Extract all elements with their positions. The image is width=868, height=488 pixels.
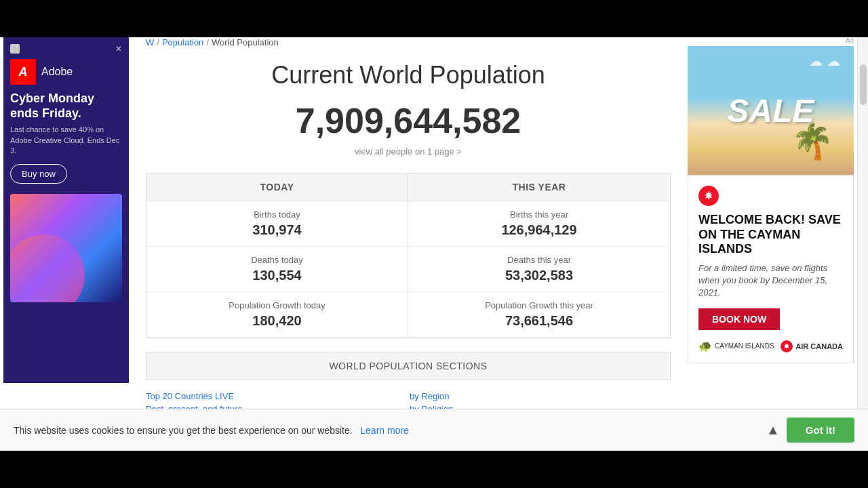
deaths-today-value: 130,554 [157,268,397,283]
adobe-logo-box: A [10,59,36,85]
cayman-islands-logo: 🐢 CAYMAN ISLANDS [698,340,774,352]
clouds-decoration: ☁ ☁ [809,53,840,69]
learn-more-link[interactable]: Learn more [360,425,409,436]
growth-today-value: 180,420 [157,313,397,329]
palm-tree-icon: 🌴 [791,122,833,161]
got-it-button[interactable]: Got it! [787,418,854,443]
buy-now-button[interactable]: Buy now [10,164,67,184]
births-today-row: Births today 310,974 [146,201,408,247]
link-top20[interactable]: Top 20 Countries LIVE [146,391,407,401]
cookie-banner: This website uses cookies to ensure you … [0,409,868,451]
scroll-up-button[interactable]: ▲ [766,422,780,438]
air-canada-maple-icon [783,342,791,350]
page-title: Current World Population [146,61,671,89]
growth-year-row: Population Growth this year 73,661,546 [408,292,670,338]
deaths-year-label: Deaths this year [419,255,659,265]
breadcrumb-sep2: / [206,37,209,47]
link-by-region[interactable]: by Region [410,391,671,401]
ad-headline: Cyber Monday ends Friday. [10,92,122,121]
breadcrumb: W / Population / World Population [146,37,671,47]
turtle-icon: 🐢 [698,340,712,352]
view-all-link[interactable]: view all people on 1 page > [146,146,671,157]
ad-close-button[interactable]: ✕ [115,44,122,54]
births-year-row: Births this year 126,964,129 [408,201,670,247]
right-ad-headline: WELCOME BACK! SAVE ON THE CAYMAN ISLANDS [698,213,843,257]
scrollbar[interactable] [857,37,868,451]
growth-today-row: Population Growth today 180,420 [146,292,408,338]
cookie-message: This website uses cookies to ensure you … [14,425,353,436]
cayman-brand-name: CAYMAN ISLANDS [715,342,774,350]
adobe-brand-name: Adobe [41,66,73,78]
today-column: TODAY Births today 310,974 Deaths today … [146,174,408,338]
bottom-bar [0,451,868,488]
births-today-label: Births today [157,209,397,220]
main-content: W / Population / World Population Curren… [132,37,684,451]
sections-banner: WORLD POPULATION SECTIONS [146,352,671,380]
right-advertisement: Ad ☁ ☁ SALE 🌴 WELCOME BACK! SAVE ON THE … [688,37,854,451]
ad-graphic-circle [10,235,85,302]
right-ad-promo-text: For a limited time, save on flights when… [698,262,843,300]
deaths-year-row: Deaths this year 53,302,583 [408,247,670,292]
population-number: 7,909,644,582 [146,100,671,141]
breadcrumb-current: World Population [212,37,279,47]
left-advertisement: i ✕ A Adobe Cyber Monday ends Friday. La… [3,37,129,383]
air-canada-footer-logo: AIR CANADA [781,340,843,352]
this-year-column: THIS YEAR Births this year 126,964,129 D… [408,174,670,338]
breadcrumb-population[interactable]: Population [162,37,203,47]
deaths-today-label: Deaths today [157,255,397,265]
breadcrumb-sep1: / [157,37,159,47]
births-today-value: 310,974 [157,222,397,238]
growth-year-label: Population Growth this year [419,300,659,310]
breadcrumb-w[interactable]: W [146,37,154,47]
ad-graphic [10,194,122,302]
air-canada-name: AIR CANADA [795,342,843,350]
cookie-text: This website uses cookies to ensure you … [14,425,409,436]
right-ad-label: Ad [688,37,854,45]
deaths-today-row: Deaths today 130,554 [146,247,408,292]
ad-footer-logos: 🐢 CAYMAN ISLANDS AIR CANADA [698,340,843,352]
beach-background: ☁ ☁ SALE 🌴 [688,46,854,175]
births-year-value: 126,964,129 [419,222,659,238]
growth-today-label: Population Growth today [157,300,397,310]
adobe-logo: A Adobe [10,59,122,85]
air-canada-maple-leaf [698,186,719,206]
right-ad-content: WELCOME BACK! SAVE ON THE CAYMAN ISLANDS… [688,175,854,363]
book-now-button[interactable]: BOOK NOW [698,308,780,330]
stats-grid: TODAY Births today 310,974 Deaths today … [146,173,671,338]
ad-subtext: Last chance to save 40% on Adobe Creativ… [10,125,122,156]
maple-leaf-icon [703,190,715,202]
cookie-actions: ▲ Got it! [766,418,854,443]
scrollbar-thumb[interactable] [860,64,867,105]
top-bar [0,0,868,37]
growth-year-value: 73,661,546 [419,313,659,329]
deaths-year-value: 53,302,583 [419,268,659,283]
births-year-label: Births this year [419,209,659,220]
air-canada-circle [781,340,793,352]
this-year-header: THIS YEAR [408,174,670,201]
right-ad-image: ☁ ☁ SALE 🌴 [688,46,854,175]
ad-info-icon: i [10,44,20,54]
today-header: TODAY [146,174,408,201]
